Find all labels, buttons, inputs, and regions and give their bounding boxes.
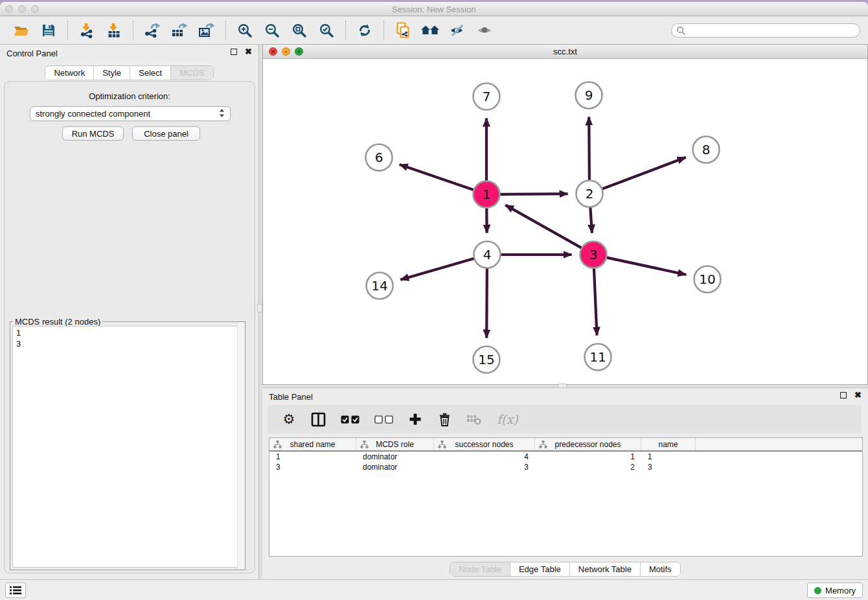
hide-selected-icon[interactable] [446,20,468,41]
vertical-splitter-handle[interactable] [257,304,262,312]
table-cell[interactable]: dominator [356,462,434,472]
table-cell[interactable]: 3 [434,462,535,472]
graph-node-11[interactable]: 11 [585,344,611,371]
tab-select[interactable]: Select [130,66,170,80]
close-table-panel-icon[interactable]: ✖ [854,391,862,399]
table-cell[interactable]: 1 [535,452,641,462]
graph-node-2[interactable]: 2 [577,181,603,207]
tab-edge-table[interactable]: Edge Table [510,562,569,576]
import-network-icon[interactable] [76,20,98,41]
network-canvas[interactable]: 7968124314101511 [263,59,867,384]
select-all-checkboxes-icon[interactable] [341,411,360,427]
add-column-icon[interactable] [408,411,422,427]
table-panel: Table Panel ✖ ⚙ [262,387,868,581]
edge-2-to-8[interactable] [602,157,685,189]
svg-text:3: 3 [589,247,598,262]
table-row[interactable]: 3dominator323 [269,462,862,472]
svg-text:10: 10 [699,271,715,287]
edge-4-to-14[interactable] [400,259,474,280]
graph-node-4[interactable]: 4 [474,242,501,268]
settings-gear-icon[interactable]: ⚙ [282,411,296,427]
table-cell[interactable]: 3 [269,462,356,472]
column-header-predecessor-nodes[interactable]: predecessor nodes [535,438,641,450]
export-table-icon[interactable] [168,20,190,41]
network-window-title: scc.txt [263,47,867,56]
table-panel-tabs: Node TableEdge TableNetwork TableMotifs [262,562,868,577]
home-layout-icon[interactable] [419,20,441,41]
column-header-label: successor nodes [434,440,534,449]
graph-node-15[interactable]: 15 [474,347,500,373]
edge-2-to-9[interactable] [589,117,589,180]
table-row[interactable]: 1dominator411 [269,452,862,462]
edge-3-to-10[interactable] [606,257,686,275]
float-table-panel-icon[interactable] [840,392,847,398]
optimization-criterion-select[interactable]: strongly connected component [30,106,231,121]
graph-node-1[interactable]: 1 [474,181,500,208]
open-session-icon[interactable] [10,20,32,41]
tab-mcds[interactable]: MCDS [170,66,212,80]
import-table-icon[interactable] [103,20,125,41]
column-tree-icon [360,441,369,450]
zoom-out-icon[interactable] [261,20,283,41]
edge-2-to-3[interactable] [590,207,592,233]
table-cell[interactable]: 2 [535,462,641,472]
tab-motifs[interactable]: Motifs [640,562,680,576]
export-image-icon[interactable] [196,20,218,41]
function-builder-icon[interactable]: f(x) [497,411,518,427]
graph-node-9[interactable]: 9 [576,82,602,109]
new-network-from-selection-icon[interactable] [392,20,414,41]
control-panel: Control Panel ✖ NetworkStyleSelectMCDS O… [0,45,259,581]
close-panel-icon[interactable]: ✖ [245,48,252,56]
delete-column-icon[interactable] [437,411,451,427]
search-input[interactable] [671,23,860,38]
export-network-icon[interactable] [141,20,163,41]
toolbar-separator [345,21,346,40]
column-header-successor-nodes[interactable]: successor nodes [434,438,535,450]
deselect-all-checkboxes-icon[interactable] [374,411,393,427]
zoom-fit-icon[interactable] [288,20,310,41]
graph-node-6[interactable]: 6 [366,144,393,171]
column-header-mcds-role[interactable]: MCDS role [356,438,434,450]
graph-node-8[interactable]: 8 [693,137,720,163]
edge-3-to-1[interactable] [505,205,582,248]
task-history-button[interactable] [5,583,26,598]
memory-button-label: Memory [825,586,856,595]
graph-node-14[interactable]: 14 [367,273,393,299]
delete-table-icon[interactable] [466,411,482,427]
mcds-tab-body: Optimization criterion: strongly connect… [4,81,255,573]
tab-network[interactable]: Network [45,66,93,80]
show-all-icon[interactable] [474,20,496,41]
graph-node-10[interactable]: 10 [694,266,721,293]
select-stepper-icon [219,108,225,120]
column-header-name[interactable]: name [641,438,696,450]
float-panel-icon[interactable] [231,49,237,55]
edge-4-to-15[interactable] [486,268,487,338]
table-cell[interactable]: 4 [434,452,535,462]
tab-style[interactable]: Style [93,66,130,80]
close-panel-button[interactable]: Close panel [132,126,200,141]
node-table[interactable]: shared nameMCDS rolesuccessor nodesprede… [269,437,863,557]
zoom-in-icon[interactable] [234,20,256,41]
result-scrollbar[interactable] [237,322,245,570]
save-session-icon[interactable] [38,20,60,41]
table-cell[interactable]: 1 [641,452,696,462]
edge-1-to-6[interactable] [400,165,474,190]
table-cell[interactable]: dominator [356,452,434,462]
zoom-selected-icon[interactable] [315,20,337,41]
graph-node-7[interactable]: 7 [474,84,500,110]
tab-network-table[interactable]: Network Table [569,562,640,576]
split-view-icon[interactable] [311,411,326,427]
table-cell[interactable]: 1 [269,452,356,462]
refresh-layout-icon[interactable] [354,20,376,41]
table-panel-title: Table Panel [269,392,313,402]
edge-1-to-2[interactable] [499,194,567,194]
main-content: Control Panel ✖ NetworkStyleSelectMCDS O… [0,45,868,581]
table-cell[interactable]: 3 [641,462,696,472]
tab-node-table[interactable]: Node Table [450,562,510,576]
column-tree-icon [438,441,446,450]
memory-button[interactable]: Memory [807,583,863,598]
edge-3-to-11[interactable] [594,268,597,335]
graph-node-3[interactable]: 3 [580,242,607,268]
run-mcds-button[interactable]: Run MCDS [62,126,124,141]
column-header-shared-name[interactable]: shared name [269,438,356,450]
